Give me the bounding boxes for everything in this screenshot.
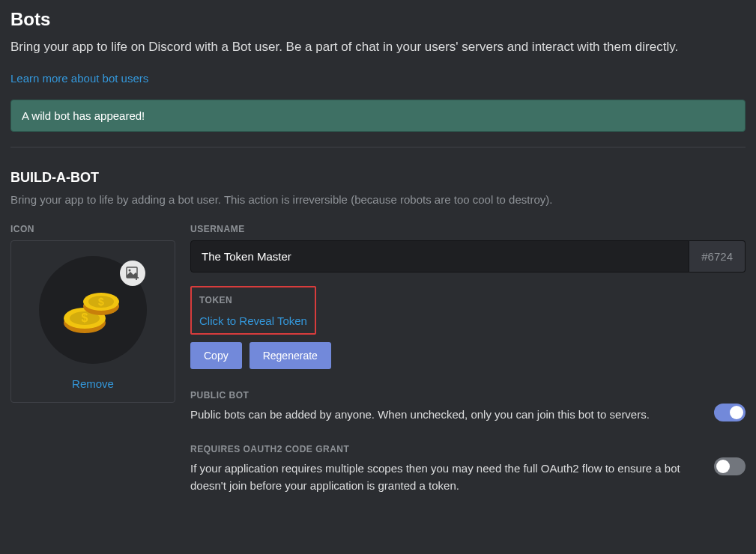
token-label: TOKEN (199, 295, 307, 305)
svg-text:$: $ (98, 296, 104, 308)
public-bot-toggle[interactable] (714, 404, 746, 421)
build-a-bot-description: Bring your app to life by adding a bot u… (10, 193, 746, 206)
learn-more-link[interactable]: Learn more about bot users (10, 72, 148, 85)
coins-icon: $ $ (62, 281, 124, 339)
reveal-token-link[interactable]: Click to Reveal Token (199, 314, 307, 327)
icon-upload-box[interactable]: $ $ Remove (10, 240, 175, 403)
oauth2-grant-label: REQUIRES OAUTH2 CODE GRANT (190, 444, 693, 454)
token-button-row: Copy Regenerate (190, 342, 746, 369)
section-divider (10, 147, 746, 147)
svg-point-9 (129, 269, 131, 271)
remove-icon-link[interactable]: Remove (72, 377, 114, 390)
upload-image-button[interactable] (120, 261, 145, 286)
icon-column: ICON $ $ (10, 224, 175, 495)
token-box: TOKEN Click to Reveal Token (190, 286, 316, 335)
oauth2-grant-description: If your application requires multiple sc… (190, 460, 693, 494)
toggle-knob (730, 406, 743, 419)
icon-label: ICON (10, 224, 175, 234)
discriminator-label: #6724 (689, 240, 746, 273)
form-column: USERNAME #6724 TOKEN Click to Reveal Tok… (190, 224, 746, 495)
bot-avatar[interactable]: $ $ (39, 256, 147, 364)
public-bot-setting: PUBLIC BOT Public bots can be added by a… (190, 390, 746, 424)
build-form: ICON $ $ (10, 224, 746, 495)
public-bot-label: PUBLIC BOT (190, 390, 693, 401)
oauth2-grant-setting: REQUIRES OAUTH2 CODE GRANT If your appli… (190, 444, 746, 494)
svg-text:$: $ (82, 311, 88, 324)
regenerate-button[interactable]: Regenerate (250, 342, 331, 369)
username-input[interactable] (190, 240, 689, 273)
username-label: USERNAME (190, 224, 746, 234)
build-a-bot-title: BUILD-A-BOT (10, 170, 746, 186)
success-banner: A wild bot has appeared! (10, 100, 746, 132)
copy-button[interactable]: Copy (190, 342, 242, 369)
username-row: #6724 (190, 240, 746, 273)
image-add-icon (126, 267, 139, 280)
page-description: Bring your app to life on Discord with a… (10, 37, 746, 57)
page-title: Bots (10, 9, 746, 30)
toggle-knob (716, 460, 730, 473)
public-bot-description: Public bots can be added by anyone. When… (190, 407, 693, 424)
oauth2-grant-toggle[interactable] (714, 457, 746, 475)
